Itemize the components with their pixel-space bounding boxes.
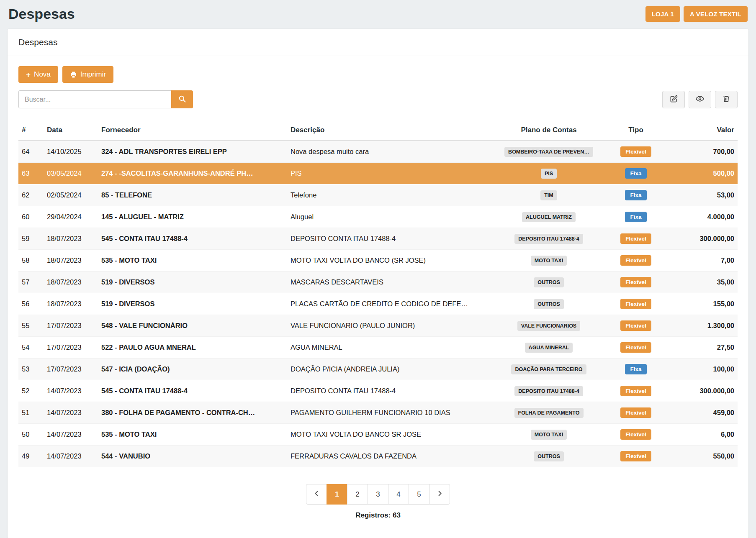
pagination-next-button[interactable]: [429, 484, 450, 505]
account-plan-cell: FOLHA DE PAGAMENTO: [493, 402, 604, 424]
delete-button[interactable]: [715, 91, 738, 108]
account-plan-badge: ALUGUEL MATRIZ: [522, 212, 576, 222]
company-button[interactable]: A VELOZ TEXTIL: [684, 6, 748, 22]
nova-button[interactable]: + Nova: [18, 66, 58, 83]
account-plan-badge: AGUA MINERAL: [525, 343, 573, 353]
account-plan-cell: OUTROS: [493, 446, 604, 467]
supplier-cell: 519 - DIVERSOS: [98, 293, 287, 315]
row-number-cell: 58: [18, 250, 44, 272]
type-cell: Flexível: [604, 424, 667, 446]
date-cell: 14/07/2023: [44, 380, 98, 402]
supplier-cell: 522 - PAULO AGUA MNERAL: [98, 337, 287, 359]
value-cell: 53,00: [667, 184, 738, 206]
table-row[interactable]: 58 18/07/2023 535 - MOTO TAXI MOTO TAXI …: [18, 250, 738, 272]
row-number-cell: 62: [18, 184, 44, 206]
date-cell: 02/05/2024: [44, 184, 98, 206]
table-row[interactable]: 54 17/07/2023 522 - PAULO AGUA MNERAL AG…: [18, 337, 738, 359]
account-plan-badge: VALE FUNCIONARIOS: [517, 321, 580, 331]
edit-button[interactable]: [662, 91, 685, 108]
description-cell: MOTO TAXI VOLTA DO BANCO SR JOSE: [287, 424, 493, 446]
table-row[interactable]: 64 14/10/2025 324 - ADL TRANSPORTES EIRE…: [18, 141, 738, 163]
supplier-cell: 545 - CONTA ITAU 17488-4: [98, 380, 287, 402]
type-badge: Flexível: [620, 320, 651, 331]
table-row[interactable]: 55 17/07/2023 548 - VALE FUNCIONÁRIO VAL…: [18, 315, 738, 337]
value-cell: 27,50: [667, 337, 738, 359]
search-input[interactable]: [18, 90, 171, 108]
expenses-table: # Data Fornecedor Descrição Plano de Con…: [18, 120, 738, 467]
value-cell: 4.000,00: [667, 206, 738, 228]
type-badge: Flexível: [620, 386, 651, 396]
description-cell: PIS: [287, 163, 493, 184]
supplier-cell: 85 - TELEFONE: [98, 184, 287, 206]
value-cell: 550,00: [667, 446, 738, 467]
table-row[interactable]: 60 29/04/2024 145 - ALUGUEL - MATRIZ Alu…: [18, 206, 738, 228]
card-title: Despesas: [8, 29, 748, 56]
table-row[interactable]: 59 18/07/2023 545 - CONTA ITAU 17488-4 D…: [18, 228, 738, 250]
nova-button-label: Nova: [34, 70, 51, 79]
page-title: Despesas: [8, 6, 75, 22]
value-cell: 300.000,00: [667, 380, 738, 402]
account-plan-cell: DEPOSITO ITAU 17488-4: [493, 380, 604, 402]
type-badge: Flexível: [620, 146, 651, 157]
value-cell: 155,00: [667, 293, 738, 315]
type-badge: Fixa: [625, 168, 646, 179]
row-number-cell: 55: [18, 315, 44, 337]
account-plan-cell: VALE FUNCIONARIOS: [493, 315, 604, 337]
account-plan-badge: OUTROS: [534, 451, 563, 461]
card-body: + Nova Imprimir: [8, 56, 748, 538]
description-cell: Nova despesa muito cara: [287, 141, 493, 163]
page-button-5[interactable]: 5: [409, 484, 429, 505]
value-cell: 7,00: [667, 250, 738, 272]
description-cell: MASCARAS DESCARTAVEIS: [287, 272, 493, 293]
description-cell: AGUA MINERAL: [287, 337, 493, 359]
type-cell: Flexível: [604, 402, 667, 424]
row-number-cell: 54: [18, 337, 44, 359]
type-badge: Flexível: [620, 233, 651, 244]
date-cell: 18/07/2023: [44, 250, 98, 272]
pagination: 1 2 3 4 5: [18, 484, 738, 505]
search-row: [18, 90, 738, 108]
date-cell: 03/05/2024: [44, 163, 98, 184]
table-row[interactable]: 51 14/07/2023 380 - FOLHA DE PAGAMENTO -…: [18, 402, 738, 424]
description-cell: DEPOSITO CONTA ITAU 17488-4: [287, 228, 493, 250]
supplier-cell: 548 - VALE FUNCIONÁRIO: [98, 315, 287, 337]
date-cell: 18/07/2023: [44, 272, 98, 293]
view-button[interactable]: [689, 91, 711, 108]
printer-icon: [70, 71, 77, 78]
table-row[interactable]: 50 14/07/2023 535 - MOTO TAXI MOTO TAXI …: [18, 424, 738, 446]
description-cell: Aluguel: [287, 206, 493, 228]
table-row[interactable]: 57 18/07/2023 519 - DIVERSOS MASCARAS DE…: [18, 272, 738, 293]
col-header-tipo: Tipo: [604, 120, 667, 141]
pagination-prev-button[interactable]: [306, 484, 327, 505]
page-button-4[interactable]: 4: [388, 484, 409, 505]
account-plan-badge: DEPOSITO ITAU 17488-4: [514, 386, 583, 396]
col-header-plano: Plano de Contas: [493, 120, 604, 141]
table-row[interactable]: 63 03/05/2024 274 - -SACOLITAS-GARANHUNS…: [18, 163, 738, 184]
page-button-1[interactable]: 1: [327, 484, 347, 505]
table-row[interactable]: 62 02/05/2024 85 - TELEFONE Telefone TIM…: [18, 184, 738, 206]
store-selector-button[interactable]: LOJA 1: [645, 6, 680, 22]
supplier-cell: 535 - MOTO TAXI: [98, 250, 287, 272]
type-cell: Flexível: [604, 228, 667, 250]
account-plan-badge: DEPOSITO ITAU 17488-4: [514, 234, 583, 244]
account-plan-badge: TIM: [540, 190, 557, 200]
table-row[interactable]: 56 18/07/2023 519 - DIVERSOS PLACAS CART…: [18, 293, 738, 315]
search-button[interactable]: [171, 90, 193, 108]
search-icon: [178, 95, 186, 104]
account-plan-badge: DOAÇÃO PARA TERCEIRO: [511, 364, 586, 374]
type-cell: Flexível: [604, 380, 667, 402]
imprimir-button[interactable]: Imprimir: [62, 66, 113, 83]
account-plan-badge: PIS: [541, 169, 557, 179]
table-row[interactable]: 53 17/07/2023 547 - ICIA (DOAÇÃO) DOAÇÃO…: [18, 359, 738, 380]
row-number-cell: 49: [18, 446, 44, 467]
account-plan-badge: BOMBEIRO-TAXA DE PREVEN…: [504, 147, 593, 157]
type-badge: Flexível: [620, 255, 651, 266]
row-number-cell: 56: [18, 293, 44, 315]
page-button-3[interactable]: 3: [368, 484, 388, 505]
description-cell: FERRADURAS CAVALOS DA FAZENDA: [287, 446, 493, 467]
account-plan-badge: FOLHA DE PAGAMENTO: [514, 408, 584, 418]
table-row[interactable]: 52 14/07/2023 545 - CONTA ITAU 17488-4 D…: [18, 380, 738, 402]
date-cell: 29/04/2024: [44, 206, 98, 228]
table-row[interactable]: 49 14/07/2023 544 - VANUBIO FERRADURAS C…: [18, 446, 738, 467]
page-button-2[interactable]: 2: [347, 484, 368, 505]
